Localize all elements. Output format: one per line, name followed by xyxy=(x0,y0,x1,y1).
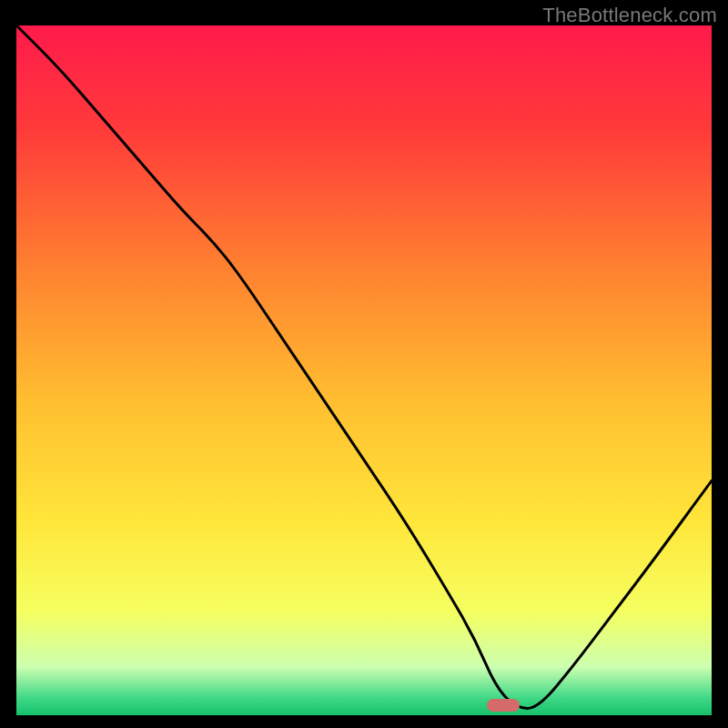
heat-gradient-background xyxy=(16,25,712,715)
plot-area xyxy=(16,25,712,715)
chart-frame: TheBottleneck.com xyxy=(0,0,728,728)
chart-svg xyxy=(16,25,712,715)
bottleneck-marker xyxy=(487,699,520,712)
watermark-text: TheBottleneck.com xyxy=(542,4,717,27)
